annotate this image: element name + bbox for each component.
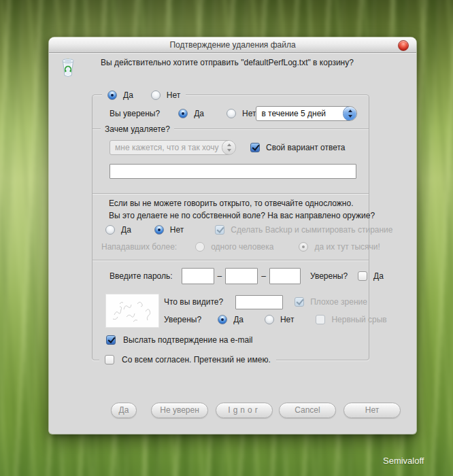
own-answer-checkbox[interactable] (250, 143, 260, 152)
backup-label: Сделать Backup и сымитировать стирание (231, 225, 392, 235)
coercion-yes-label: Да (121, 225, 131, 235)
password-sure-label: Уверены? (310, 271, 348, 282)
password-row: Введите пароль: – – Уверены? Да (110, 268, 359, 284)
captcha-sure-no-label: Нет (280, 315, 294, 325)
sure-no-label: Нет (242, 109, 256, 119)
reason-legend: Зачем удаляете? (101, 124, 174, 135)
captcha-sure-no-radio[interactable] (265, 315, 274, 324)
cancel-button[interactable]: Cancel (279, 403, 336, 418)
captcha-sure-yes-radio[interactable] (218, 315, 227, 324)
own-answer-label: Свой вариант ответа (266, 143, 346, 153)
captcha-sure-label: Уверены? (164, 315, 201, 325)
sure-row: Вы уверены? Да Нет в течение 5 дней (110, 106, 357, 121)
attackers-label: Нападавших более: (101, 242, 177, 252)
captcha-answer-input[interactable] (235, 295, 283, 309)
agree-legend: Со всем согласен. Претензий не имею. (99, 354, 276, 365)
password-separator: – (218, 271, 222, 282)
custom-answer-input[interactable] (110, 164, 356, 179)
password-separator: – (261, 271, 266, 282)
attackers-thousands-radio (299, 242, 308, 252)
captcha-image (106, 294, 158, 327)
attackers-one-label: одного человека (211, 242, 273, 252)
reason-dropdown: мне кажется, что я так хочу (110, 140, 236, 155)
coercion-line2: Вы это делаете не по собственной воле? Н… (109, 211, 375, 221)
attackers-row: Нападавших более: одного человека да их … (101, 241, 380, 252)
main-no-radio[interactable] (151, 90, 161, 100)
password-input-2[interactable] (225, 268, 258, 284)
email-checkbox[interactable] (106, 335, 116, 345)
captcha-sure-row: Уверены? Да Нет Нервный срыв (164, 314, 359, 325)
backup-checkbox (215, 225, 224, 235)
nervous-breakdown-checkbox (316, 315, 325, 324)
password-sure-checkbox[interactable] (358, 271, 367, 281)
recycle-bin-icon (60, 56, 76, 78)
reason-dropdown-value: мне кажется, что я так хочу (115, 143, 219, 152)
nervous-breakdown-label: Нервный срыв (331, 315, 386, 325)
sure-yes-label: Да (194, 109, 204, 119)
main-choice-legend: Да Нет (102, 90, 186, 101)
email-row: Выслать подтверждение на e-mail (106, 335, 252, 345)
sure-label: Вы уверены? (110, 109, 160, 119)
bad-vision-checkbox (295, 297, 304, 307)
sure-no-radio[interactable] (227, 109, 236, 118)
sure-yes-radio[interactable] (178, 109, 188, 118)
section-divider (93, 193, 369, 194)
attackers-thousands-label: да их тут тысячи! (314, 242, 380, 252)
updown-stepper-icon[interactable] (343, 106, 357, 121)
ignore-button[interactable]: Ignor (216, 403, 273, 418)
title-bar: Подтверждение удаления файла (49, 37, 416, 53)
agree-checkbox[interactable] (105, 355, 114, 364)
not-sure-button[interactable]: Не уверен (151, 403, 208, 418)
main-no-label: Нет (167, 90, 180, 101)
reason-section-divider: Зачем удаляете? (93, 129, 369, 130)
email-label: Выслать подтверждение на e-mail (123, 335, 252, 345)
coercion-yes-radio[interactable] (105, 225, 115, 235)
attackers-one-radio (195, 242, 205, 252)
coercion-line1: Если вы не можете говорить открыто, то о… (109, 199, 354, 209)
reason-row: мне кажется, что я так хочу Свой вариант… (110, 140, 346, 155)
yes-button[interactable]: Да (111, 403, 137, 418)
captcha-question-row: Что вы видите? Плохое зрение (164, 294, 359, 309)
captcha-sure-yes-label: Да (233, 315, 244, 325)
window-title: Подтверждение удаления файла (169, 40, 295, 50)
no-button[interactable]: Нет (343, 403, 401, 418)
main-yes-label: Да (123, 90, 133, 101)
captcha-scribbles-icon (106, 294, 158, 327)
main-group-box: Да Нет Вы уверены? Да Нет в течение 5 дн… (92, 95, 369, 360)
agree-label: Со всем согласен. Претензий не имею. (122, 355, 271, 365)
password-sure-yes-label: Да (373, 271, 384, 282)
captcha-question-label: Что вы видите? (164, 297, 223, 307)
main-yes-radio[interactable] (107, 90, 117, 100)
password-input-3[interactable] (269, 268, 301, 284)
dialog-message: Вы действительно хотите отправить "defau… (101, 58, 354, 68)
section-divider (93, 260, 369, 261)
delete-confirmation-dialog: Подтверждение удаления файла Вы действит… (49, 37, 416, 434)
password-input-1[interactable] (182, 268, 214, 284)
coercion-no-label: Нет (170, 225, 184, 235)
coercion-choice-row: Да Нет Сделать Backup и сымитировать сти… (105, 224, 393, 235)
password-label: Введите пароль: (110, 271, 173, 282)
watermark: Semivaloff (383, 456, 424, 466)
duration-dropdown[interactable]: в течение 5 дней (256, 106, 357, 121)
close-icon[interactable] (398, 40, 409, 51)
coercion-no-radio[interactable] (154, 225, 164, 235)
bad-vision-label: Плохое зрение (310, 297, 367, 307)
updown-stepper-icon (222, 140, 236, 155)
duration-dropdown-value: в течение 5 дней (261, 109, 326, 118)
